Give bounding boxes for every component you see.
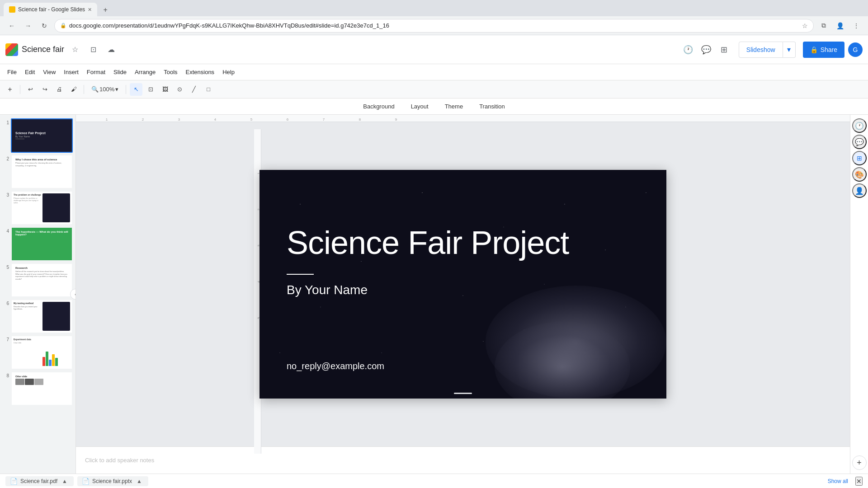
download-pptx[interactable]: 📄 Science fair.pptx ▲ <box>77 476 148 486</box>
new-tab-btn[interactable]: + <box>99 4 112 16</box>
slide-item-3[interactable]: 3 The problem or challenge Please explai… <box>3 191 73 225</box>
slide-item-6[interactable]: 6 My testing method Describe how you tes… <box>3 299 73 333</box>
slide-thumb-7[interactable]: Experiment data Chart title <box>11 335 73 370</box>
text-select-btn[interactable]: ⊡ <box>144 83 157 96</box>
star-btn[interactable]: ☆ <box>68 42 82 57</box>
add-slide-btn[interactable]: + <box>4 83 16 96</box>
bar-4 <box>52 354 55 366</box>
ruler-mark-9: 9 <box>378 117 414 122</box>
slide-item-2[interactable]: 2 Why I chose this area of science Pleas… <box>3 155 73 189</box>
add-sidebar-btn[interactable]: + <box>852 455 867 470</box>
user-avatar[interactable]: G <box>848 42 863 57</box>
slide-item-8[interactable]: 8 Other slide <box>3 371 73 406</box>
extensions-btn[interactable]: ⧉ <box>817 19 830 32</box>
tab-bar: Science fair - Google Slides ✕ + <box>0 0 868 16</box>
menu-file[interactable]: File <box>4 67 20 77</box>
tab-close-btn[interactable]: ✕ <box>88 7 92 13</box>
refresh-btn[interactable]: ↻ <box>38 19 51 32</box>
toolbar-sep-1 <box>20 85 20 94</box>
more-btn[interactable]: ⋮ <box>850 19 863 32</box>
layout-btn[interactable]: Layout <box>405 101 435 112</box>
menu-extensions[interactable]: Extensions <box>182 67 218 77</box>
cloud-save-btn[interactable]: ☁ <box>104 42 118 57</box>
thumb-6-title: My testing method <box>14 302 41 305</box>
thumb-1-line <box>15 139 24 139</box>
bottom-bar-close-btn[interactable]: ✕ <box>855 477 863 486</box>
grid-sidebar-btn[interactable]: ⊞ <box>852 151 867 165</box>
shape-btn[interactable]: ⊙ <box>173 83 186 96</box>
person-sidebar-btn[interactable]: 👤 <box>852 183 867 198</box>
version-history-btn[interactable]: 🕐 <box>681 42 695 57</box>
show-all-btn[interactable]: Show all <box>828 478 848 484</box>
comment-add-btn[interactable]: □ <box>202 83 215 96</box>
slide-thumb-3[interactable]: The problem or challenge Please explain … <box>11 191 73 225</box>
print-btn[interactable]: 🖨 <box>53 83 66 96</box>
menu-format[interactable]: Format <box>83 67 109 77</box>
thumb-8-imgs <box>15 379 68 385</box>
zoom-btn[interactable]: 🔍 100% ▾ <box>88 83 122 96</box>
ruler-top: 1 2 3 4 5 6 7 8 9 <box>76 115 850 122</box>
address-input[interactable]: 🔒 docs.google.com/presentation/d/1eudnwY… <box>54 19 814 33</box>
menu-arrange[interactable]: Arrange <box>131 67 159 77</box>
profile-btn[interactable]: 👤 <box>834 19 846 32</box>
speaker-notes[interactable]: Click to add speaker notes <box>76 446 850 474</box>
transition-btn[interactable]: Transition <box>473 101 511 112</box>
present-options-btn[interactable]: ⊞ <box>717 42 731 57</box>
slide-item-7[interactable]: 7 Experiment data Chart title <box>3 335 73 370</box>
back-btn[interactable]: ← <box>5 19 18 32</box>
image-btn[interactable]: 🖼 <box>159 83 171 96</box>
palette-sidebar-btn[interactable]: 🎨 <box>852 167 867 182</box>
comments-sidebar-btn[interactable]: 💬 <box>852 135 867 149</box>
slide-email[interactable]: no_reply@example.com <box>287 361 384 371</box>
bar-2 <box>46 352 48 366</box>
slide-thumb-2[interactable]: Why I chose this area of science Please … <box>11 155 73 189</box>
slide-item-1[interactable]: 1 Science Fair Project By Your Name <box>3 118 73 153</box>
menu-edit[interactable]: Edit <box>21 67 38 77</box>
thumb-5-text: Gather all the research you've done abou… <box>15 270 68 280</box>
paint-format-btn[interactable]: 🖌 <box>67 83 80 96</box>
menu-bar: File Edit View Insert Format Slide Arran… <box>0 64 868 80</box>
theme-btn-item[interactable]: Theme <box>439 101 469 112</box>
pptx-close-btn[interactable]: ▲ <box>135 478 144 484</box>
line-btn[interactable]: ╱ <box>188 83 200 96</box>
menu-slide[interactable]: Slide <box>110 67 130 77</box>
active-tab[interactable]: Science fair - Google Slides ✕ <box>4 3 97 16</box>
menu-tools[interactable]: Tools <box>160 67 181 77</box>
comment-btn[interactable]: 💬 <box>699 42 713 57</box>
pdf-icon: 📄 <box>10 478 18 485</box>
menu-help[interactable]: Help <box>219 67 238 77</box>
slideshow-button[interactable]: Slideshow <box>739 42 783 58</box>
slide-num-2: 2 <box>3 155 9 161</box>
panel-collapse-btn[interactable]: ‹ <box>70 289 76 300</box>
redo-btn[interactable]: ↪ <box>38 83 51 96</box>
menu-view[interactable]: View <box>39 67 59 77</box>
ruler-mark-5: 5 <box>233 117 269 122</box>
slide-thumb-8[interactable]: Other slide <box>11 371 73 406</box>
download-pdf[interactable]: 📄 Science fair.pdf ▲ <box>5 476 74 486</box>
cursor-btn[interactable]: ↖ <box>130 83 142 96</box>
slide-item-4[interactable]: 4 The hypothesis — What do you think wil… <box>3 227 73 261</box>
slide-item-5[interactable]: 5 Research Gather all the research you'v… <box>3 263 73 297</box>
version-history-sidebar-btn[interactable]: 🕐 <box>852 118 867 133</box>
background-btn[interactable]: Background <box>357 101 401 112</box>
slideshow-dropdown-btn[interactable]: ▾ <box>783 42 796 58</box>
slide-divider <box>287 274 314 275</box>
slide-thumb-4[interactable]: The hypothesis — What do you think will … <box>11 227 73 261</box>
bottom-bar: 📄 Science fair.pdf ▲ 📄 Science fair.pptx… <box>0 474 868 488</box>
theme-toolbar: Background Layout Theme Transition <box>0 99 868 115</box>
share-button[interactable]: 🔒 Share <box>803 42 844 58</box>
forward-btn[interactable]: → <box>22 19 34 32</box>
ruler-left-mark-1: 1 <box>257 138 261 174</box>
drive-btn[interactable]: ⊡ <box>86 42 100 57</box>
pdf-close-btn[interactable]: ▲ <box>60 478 69 484</box>
bookmark-icon[interactable]: ☆ <box>802 22 808 29</box>
menu-insert[interactable]: Insert <box>60 67 82 77</box>
slide-title[interactable]: Science Fair Project <box>287 224 569 261</box>
undo-btn[interactable]: ↩ <box>24 83 37 96</box>
slide-canvas[interactable]: Science Fair Project By Your Name no_rep… <box>259 170 666 399</box>
slide-thumb-6[interactable]: My testing method Describe how you teste… <box>11 299 73 333</box>
slide-subtitle[interactable]: By Your Name <box>287 283 368 297</box>
slide-num-1: 1 <box>3 118 9 125</box>
slide-thumb-1[interactable]: Science Fair Project By Your Name <box>11 118 73 153</box>
slide-thumb-5[interactable]: Research Gather all the research you've … <box>11 263 73 297</box>
